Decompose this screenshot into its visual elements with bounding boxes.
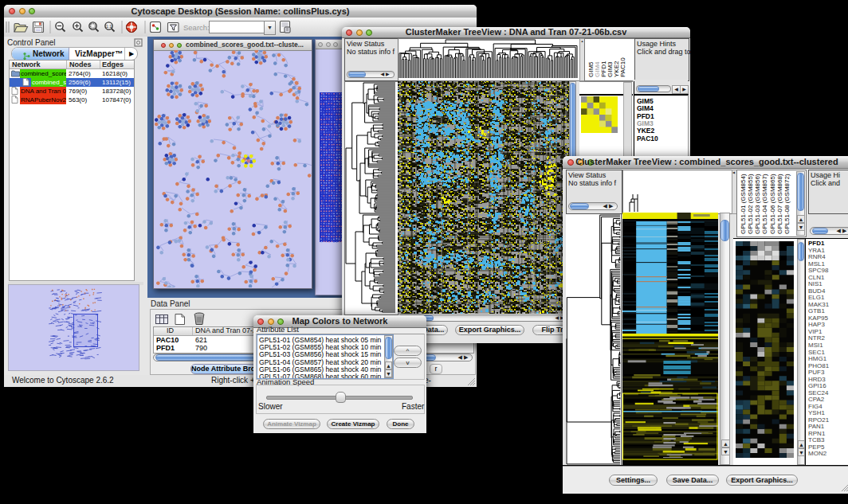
svg-text:1:1: 1:1 [106,24,112,29]
